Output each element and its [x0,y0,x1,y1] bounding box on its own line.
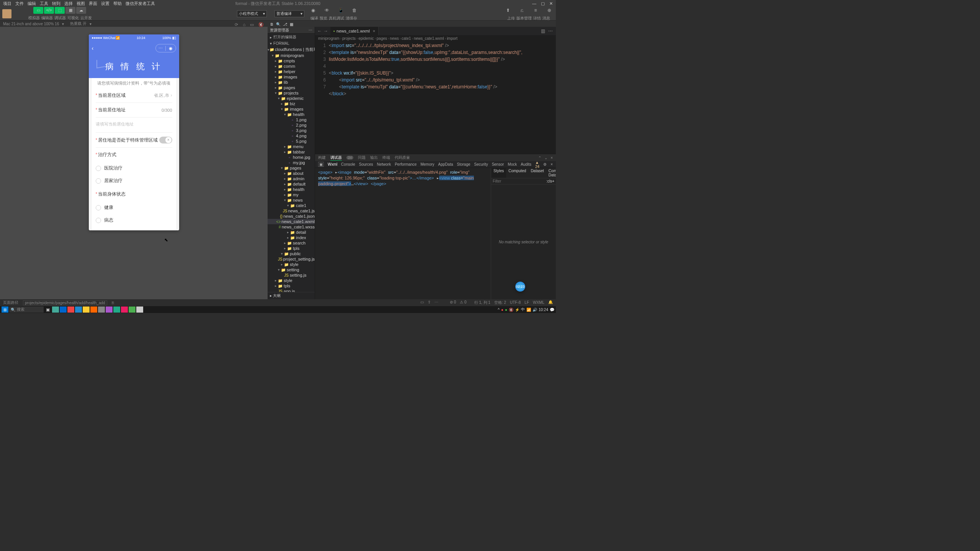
tree-item[interactable]: ▾📁cate1 [268,203,315,208]
tree-item[interactable]: ▸📁detail [268,230,315,235]
more-status-icon[interactable]: ⋯ [434,300,438,305]
files-icon[interactable]: 🗎 [270,22,274,26]
menu-item[interactable]: 视图 [77,1,85,6]
editor-button[interactable]: </> [44,7,54,14]
share-icon[interactable]: ⇪ [428,300,431,305]
copy-icon[interactable]: ⎘ [112,301,114,305]
tree-item[interactable]: ▸📁tabbar [268,149,315,155]
more-icon[interactable]: ⋯ [309,28,312,32]
visual-button[interactable]: ▦ [65,7,75,14]
home-icon[interactable]: ⌂ [243,22,245,27]
address-textarea[interactable]: 请填写当前居住地址 [96,117,172,133]
detail-icon[interactable]: ≡ [531,7,540,14]
tree-item[interactable]: JSsetting.js [268,272,315,278]
upload-icon[interactable]: ⬆ [504,7,512,14]
tree-item[interactable]: ▾📁epidemic [268,96,315,101]
elements-tree[interactable]: <page> ▸<image mode="widthFix" src="../.… [315,168,491,299]
tree-item[interactable]: ▾📁pages [268,165,315,171]
outline-section[interactable]: ▸ 大纲 [268,292,315,299]
ext-icon[interactable]: ▦ [290,22,293,26]
start-button[interactable]: ⊞ [2,306,8,313]
open-editors[interactable]: ▸打开的编辑器 [268,34,315,41]
close-tab-icon[interactable]: × [373,29,375,33]
region-row[interactable]: *当前居住区域 省,区,市› [96,88,172,103]
tree-item[interactable]: ▫2.png [268,122,315,128]
menu-item[interactable]: 微信开发者工具 [126,1,155,6]
split-icon[interactable]: ▥ [541,28,545,34]
maximize-icon[interactable]: ▢ [541,1,545,6]
tree-item[interactable]: ▫home.jpg [268,155,315,160]
preview-icon[interactable]: 👁 [323,7,331,14]
cloud-button[interactable]: ☁ [76,7,86,14]
mute-icon[interactable]: 🔇 [258,22,264,27]
tree-item[interactable]: #news_cate1.wxss [268,224,315,230]
timer-bubble[interactable]: 02:23 [515,282,525,292]
tree-item[interactable]: ▸📁admin [268,176,315,181]
tree-item[interactable]: ▸📁lib [268,80,315,85]
tree-item[interactable]: ▾📁images [268,106,315,112]
close-icon[interactable]: ✕ [549,1,553,6]
add-style-icon[interactable]: + [552,179,554,183]
tree-item[interactable]: {}news_cate1.json [268,214,315,219]
nav-back-icon[interactable]: ← [317,28,322,34]
capsule-button[interactable]: ⋯◉ [155,44,176,52]
message-icon[interactable]: ⊕ [545,7,554,14]
tree-item[interactable]: ▾📁cloudfunctions | 当前环境: ... [268,46,315,53]
tree-item[interactable]: ▸📁menu [268,144,315,149]
tree-item[interactable]: ▸📁helper [268,69,315,74]
project-root[interactable]: ▾FORMAL [268,41,315,46]
styles-filter-input[interactable] [493,179,546,183]
menu-item[interactable]: 转到 [52,1,60,6]
tree-item[interactable]: ▸📁tpls [268,246,315,251]
breadcrumb[interactable]: miniprogram › projects › epidemic › page… [315,35,556,41]
treatment-opt1[interactable]: 医院治疗 [96,162,172,174]
treatment-opt2[interactable]: 居家治疗 [96,174,172,187]
bell-icon[interactable]: 🔔 [548,300,553,305]
tree-item[interactable]: JSproject_setting.js [268,256,315,262]
tree-item[interactable]: ▸📁cmpts [268,58,315,64]
tree-item[interactable]: ▾📁miniprogram [268,53,315,58]
tree-item[interactable]: ▫5.png [268,139,315,144]
code-editor[interactable]: <import src="../../../../../tpls/project… [329,41,556,154]
tree-item[interactable]: ▸📁index [268,235,315,240]
avatar[interactable] [2,9,11,18]
simulator-button[interactable]: ▭ [33,7,43,14]
tree-item[interactable]: ▫my.jpg [268,160,315,165]
tree-item[interactable]: ▾📁projects [268,90,315,96]
tree-item[interactable]: JSapp.js [268,289,315,292]
tree-item[interactable]: ▸📁default [268,181,315,187]
compile-dropdown[interactable]: 普通编译▾ [274,10,304,17]
menu-item[interactable]: 选择 [64,1,73,6]
tree-item[interactable]: ▸📁comm [268,64,315,69]
clear-cache-icon[interactable]: 🗑 [350,7,359,14]
tree-item[interactable]: ▫4.png [268,133,315,139]
special-switch[interactable] [159,137,172,143]
body-opt1[interactable]: 健康 [96,201,172,214]
menu-item[interactable]: 工具 [40,1,48,6]
tree-item[interactable]: ▸📁tpls [268,283,315,289]
menu-item[interactable]: 帮助 [113,1,122,6]
tree-item[interactable]: ▸📁about [268,171,315,176]
editor-tab[interactable]: ▪news_cate1.wxml× [330,27,379,35]
phone-icon[interactable]: ▭ [250,22,254,27]
tree-item[interactable]: ▸📁style [268,262,315,267]
refresh-icon[interactable]: ⟳ [235,22,238,27]
menu-item[interactable]: 文件 [15,1,24,6]
mode-dropdown[interactable]: 小程序模式▾ [237,10,267,17]
tree-item[interactable]: ▸📁my [268,192,315,197]
tree-item[interactable]: ▸📁images [268,74,315,80]
body-opt3[interactable]: 生病 [96,227,172,230]
remote-debug-icon[interactable]: 📱 [336,7,345,14]
menu-item[interactable]: 项目 [3,1,11,6]
taskbar-search[interactable]: 🔍 搜索 [9,306,44,313]
tree-item[interactable]: ▾📁public [268,251,315,256]
menu-item[interactable]: 设置 [101,1,109,6]
tree-item[interactable]: ▸📁health [268,187,315,192]
tree-item[interactable]: ▾📁setting [268,267,315,272]
tree-item[interactable]: ▾📁health [268,112,315,117]
nav-fwd-icon[interactable]: → [323,28,328,34]
tree-item[interactable]: ▾📁news [268,197,315,203]
menu-item[interactable]: 编辑 [28,1,36,6]
compile-icon[interactable]: ◉ [309,7,317,14]
search-icon[interactable]: 🔍 [276,22,281,26]
